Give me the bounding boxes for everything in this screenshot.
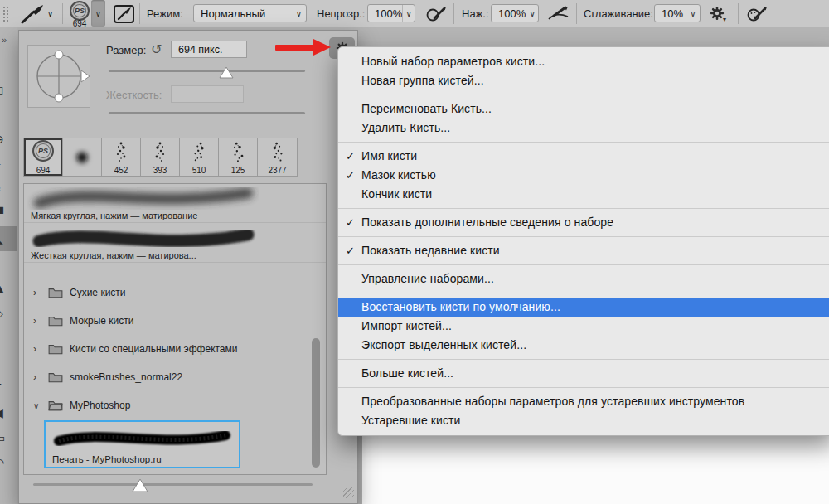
folder-row[interactable]: › Мокрые кисти [24,307,326,335]
folder-open-icon [48,400,63,411]
recent-brush-tile[interactable]: 393 [141,138,180,176]
menu-item[interactable]: Больше кистей... [338,364,829,383]
tool-icon[interactable]: • [0,251,17,276]
menu-group: Больше кистей... [338,359,829,387]
selected-brush-item[interactable]: Печать - MyPhotoshop.ru [44,420,240,468]
tool-icon[interactable]: ◻ [0,77,17,102]
menu-item[interactable]: Импорт кистей... [338,317,829,336]
flow-pressure-icon[interactable] [547,6,570,22]
menu-item[interactable]: Преобразованные наборы параметров для ус… [338,392,829,411]
toggle-brush-panel-icon[interactable] [113,4,135,24]
panel-resize-grip[interactable] [343,487,354,498]
menu-item[interactable]: Управление наборами... [338,269,829,288]
tool-icon[interactable]: ▭ [0,425,17,450]
list-scrollbar-thumb[interactable] [312,338,320,468]
tool-icon[interactable]: ◀ [0,400,17,425]
menu-item[interactable]: Переименовать Кисть... [338,99,829,119]
chevron-right-icon[interactable]: › [33,343,45,355]
recent-brush-tile[interactable]: PS 694 [24,138,63,176]
menu-group: ✓Показать дополнительные сведения о набо… [338,208,829,236]
recent-brush-tile[interactable]: 452 [102,138,141,176]
smoothing-select[interactable]: 10% ∨ [654,4,701,22]
recent-brush-tile[interactable] [63,138,102,176]
airbrush-icon[interactable] [747,6,768,22]
chevron-down-icon[interactable]: ∨ [33,401,45,410]
check-icon: ✓ [346,166,355,185]
recent-brush-tile[interactable]: 2377 [258,138,297,176]
opacity-pressure-icon[interactable] [426,6,448,22]
recent-brush-tile[interactable]: 510 [180,138,219,176]
folder-row[interactable]: › Кисти со специальными эффектами [24,335,326,363]
tool-icon[interactable]: / [0,351,17,376]
menu-item[interactable]: Экспорт выделенных кистей... [338,336,829,355]
menu-item-restore-default-brushes[interactable]: Восстановить кисти по умолчанию... [338,298,829,317]
size-slider-track[interactable] [109,70,305,72]
recent-brush-tile[interactable]: 125 [219,138,258,176]
tool-icon[interactable]: ▞ [0,201,17,226]
brush-list-item[interactable]: Жесткая круглая, нажим — матирова... [24,224,326,263]
brush-tool-icon[interactable] [20,4,45,24]
tool-icon[interactable]: ≈ [0,177,17,201]
folder-icon [48,287,63,298]
tools-collapse-icon[interactable]: » [0,27,17,52]
menu-item[interactable]: Кончик кисти [338,185,829,204]
brush-tool-chevron-icon[interactable]: ∨ [47,9,53,18]
tool-icon[interactable]: ς [0,102,17,127]
scatter-brush-thumbnail [111,140,131,163]
folder-row[interactable]: › Сухие кисти [24,279,326,307]
menu-item[interactable]: ✓Показать недавние кисти [338,241,829,260]
soft-stroke-preview [27,185,259,210]
tool-icon[interactable]: + [0,52,17,77]
menu-item[interactable]: Удалить Кисть... [338,119,829,138]
size-label: Размер: [106,44,146,56]
opacity-select[interactable]: 100% ∨ [367,4,415,22]
hard-stroke-preview [27,225,259,250]
brush-preset-picker-button[interactable]: ∨ [91,0,105,27]
menu-item[interactable]: Новый набор параметров кисти... [338,52,829,71]
active-brush-tool-icon[interactable]: ◣ [0,226,17,251]
flow-select[interactable]: 100% ∨ [491,4,539,22]
brush-angle-control[interactable] [27,45,90,108]
brush-list-item[interactable]: Мягкая круглая, нажим — матирование [24,184,326,223]
tool-icon[interactable]: T [0,376,17,400]
chevron-right-icon[interactable]: › [33,315,45,327]
reset-size-icon[interactable]: ↺ [151,41,162,57]
folder-icon [48,371,63,383]
menu-item[interactable]: ✓Мазок кистью [338,166,829,185]
menu-item[interactable]: Устаревшие кисти [338,411,829,430]
photoshop-window: ∨ PS 694 ∨ Режим: Нормальный ∨ Непрозр.:… [0,0,829,504]
preview-size-slider-track[interactable] [33,483,313,486]
options-bar-grip[interactable] [2,6,8,22]
preview-size-slider-thumb[interactable] [132,478,148,492]
tool-icon[interactable]: ▲ [0,276,17,301]
brush-list: Мягкая круглая, нажим — матирование Жест… [23,183,327,475]
flow-label: Наж.: [462,7,489,20]
folder-row[interactable]: › smokeBrushes_normal22 [24,363,326,391]
document-canvas[interactable] [362,431,829,504]
tool-icon[interactable]: ⊕ [0,127,17,152]
scatter-brush-thumbnail [150,140,170,163]
menu-item[interactable]: ✓Показать дополнительные сведения о набо… [338,213,829,232]
brush-panel-flyout-menu: Новый набор параметров кисти... Новая гр… [337,46,829,436]
chevron-down-icon: ∨ [292,5,306,22]
folder-row-expanded[interactable]: ∨ MyPhotoshop [24,391,326,419]
mode-label: Режим: [147,7,183,20]
chevron-right-icon[interactable]: › [33,287,45,298]
size-input[interactable]: 694 пикс. [171,41,247,58]
size-slider-thumb[interactable] [219,66,234,79]
brush-preset-thumbnail[interactable]: PS [70,1,90,21]
tool-icon[interactable]: ❘ [0,326,17,351]
tool-icon[interactable]: ◇ [0,301,17,326]
menu-item[interactable]: ✓Имя кисти [338,147,829,166]
soft-round-brush-thumbnail [70,145,95,170]
hardness-slider-track [109,112,305,114]
tool-icon[interactable]: ◠ [0,450,17,475]
menu-group: Восстановить кисти по умолчанию... Импор… [338,293,829,359]
menu-group: Управление наборами... [338,264,829,293]
chevron-right-icon[interactable]: › [33,371,45,383]
options-bar: ∨ PS 694 ∨ Режим: Нормальный ∨ Непрозр.:… [0,0,829,27]
check-icon: ✓ [346,213,355,232]
mode-select[interactable]: Нормальный ∨ [193,4,307,22]
menu-item[interactable]: Новая группа кистей... [338,71,829,90]
tool-icon[interactable]: ⌖ [0,152,17,177]
